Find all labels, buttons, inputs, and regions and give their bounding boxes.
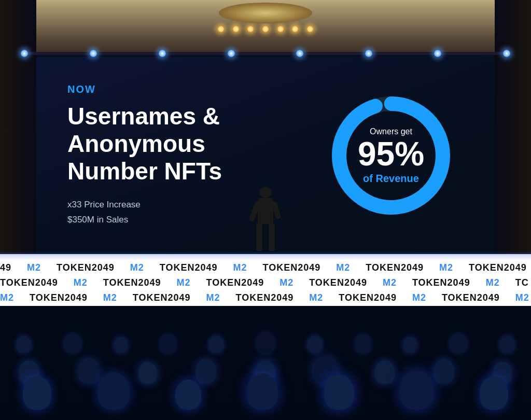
audience-head <box>175 380 201 410</box>
banner-text-token2049: TOKEN2049 <box>309 277 367 288</box>
title-line3: Number NFTs <box>67 158 222 185</box>
banner-text-token2049: TOKEN2049 <box>30 292 88 303</box>
audience-head <box>17 336 31 353</box>
audience-row-far <box>0 333 531 353</box>
stage-light-dot <box>503 50 510 57</box>
banner-text-m2: M2 <box>412 292 426 303</box>
stage-light-dot <box>228 50 235 57</box>
stage-light-dot <box>90 50 97 57</box>
banner-text-token2049: TOKEN2049 <box>103 277 161 288</box>
banner-row-2: TOKEN2049 M2 TOKEN2049 M2 TOKEN2049 M2 T… <box>0 275 531 290</box>
chandelier-light <box>292 26 298 32</box>
room-left-wall <box>0 0 36 270</box>
banner-text-m2: M2 <box>0 292 14 303</box>
banner-text-token2049: TOKEN2049 <box>412 277 470 288</box>
donut-percentage: 95% <box>358 137 424 171</box>
banner-text-m2: M2 <box>103 292 117 303</box>
room-right-wall <box>495 0 531 270</box>
banner-text-m2: M2 <box>206 292 220 303</box>
stage-light-dot <box>159 50 166 57</box>
chandelier-light <box>218 26 224 32</box>
banner-text-token2049: TOKEN2049 <box>442 292 500 303</box>
banner-text: 49 <box>0 262 11 273</box>
audience-head <box>257 333 274 353</box>
audience-head <box>247 373 278 410</box>
speaker-torso <box>258 198 273 224</box>
audience-head <box>324 374 354 410</box>
audience-area <box>0 306 531 420</box>
speaker-head <box>260 187 271 198</box>
audience-head <box>23 376 51 410</box>
banner-text-m2: M2 <box>176 277 190 288</box>
speaker-body <box>250 187 281 254</box>
title-line2: Anonymous <box>67 130 205 157</box>
audience-head <box>209 336 223 353</box>
audience-head <box>114 337 128 353</box>
banner-text-m2: M2 <box>233 262 247 273</box>
donut-center-content: Owners get 95% of Revenue <box>358 127 424 185</box>
banner-text-token2049: TOKEN2049 <box>57 262 115 273</box>
chandelier-light <box>233 26 239 32</box>
slide-title: Usernames & Anonymous Number NFTs <box>67 103 308 185</box>
chandelier <box>214 3 317 44</box>
banner-text-m2: M2 <box>130 262 144 273</box>
banner-text-token2049: TOKEN2049 <box>469 262 527 273</box>
audience-head <box>400 371 434 410</box>
banner-text-m2: M2 <box>27 262 41 273</box>
banner-text-m2: M2 <box>74 277 88 288</box>
audience-head <box>450 334 467 353</box>
donut-chart-container: Owners get 95% of Revenue <box>318 83 464 228</box>
speaker-leg-left <box>256 223 262 251</box>
banner-text-m2: M2 <box>486 277 500 288</box>
audience-head <box>403 337 417 353</box>
audience-head <box>308 336 322 353</box>
audience-head <box>480 376 508 410</box>
banner-text-token2049: TOKEN2049 <box>235 292 294 303</box>
banner-text-m2: M2 <box>280 277 294 288</box>
title-line1: Usernames & <box>67 103 220 130</box>
audience-head <box>355 335 371 353</box>
banner-row-1: 49 M2 TOKEN2049 M2 TOKEN2049 M2 TOKEN204… <box>0 260 531 275</box>
banner-text-token2049: TOKEN2049 <box>206 277 264 288</box>
banner-text: TOKEN2049 <box>0 277 58 288</box>
audience-row-near <box>0 371 531 410</box>
audience-head <box>97 372 130 410</box>
chandelier-body <box>219 3 312 23</box>
chandelier-light <box>247 26 254 32</box>
banner-text-m2: M2 <box>336 262 350 273</box>
stage-light-dot <box>21 50 28 57</box>
donut-owners-label: Owners get <box>358 127 424 136</box>
speaker-leg-right <box>269 223 275 251</box>
stage-light-dot <box>434 50 441 57</box>
event-banner: 49 M2 TOKEN2049 M2 TOKEN2049 M2 TOKEN204… <box>0 254 531 311</box>
banner-text-token2049: TOKEN2049 <box>366 262 424 273</box>
chandelier-light <box>262 26 269 32</box>
banner-text-token2049: TOKEN2049 <box>263 262 321 273</box>
speaker-silhouette <box>250 187 281 254</box>
donut-revenue-label: of Revenue <box>358 173 424 185</box>
audience-head <box>500 336 514 353</box>
audience-head <box>160 335 176 353</box>
conference-scene: NOW Usernames & Anonymous Number NFTs x3… <box>0 0 531 420</box>
banner-row-3: M2 TOKEN2049 M2 TOKEN2049 M2 TOKEN2049 M… <box>0 290 531 305</box>
chandelier-light <box>307 26 313 32</box>
stage-lights-bar <box>21 52 510 55</box>
banner-text-m2: M2 <box>383 277 397 288</box>
banner-text-m2: M2 <box>309 292 323 303</box>
banner-text-m2: M2 <box>439 262 453 273</box>
banner-text-token2049: TOKEN2049 <box>133 292 191 303</box>
banner-text-token2049: TOKEN2049 <box>160 262 218 273</box>
now-label: NOW <box>67 83 308 95</box>
chandelier-light <box>277 26 284 32</box>
banner-text: TC <box>515 277 529 288</box>
banner-text-token2049: TOKEN2049 <box>339 292 397 303</box>
audience-head <box>64 334 81 353</box>
banner-text-m2: M2 <box>515 292 529 303</box>
chandelier-lights <box>214 26 317 32</box>
